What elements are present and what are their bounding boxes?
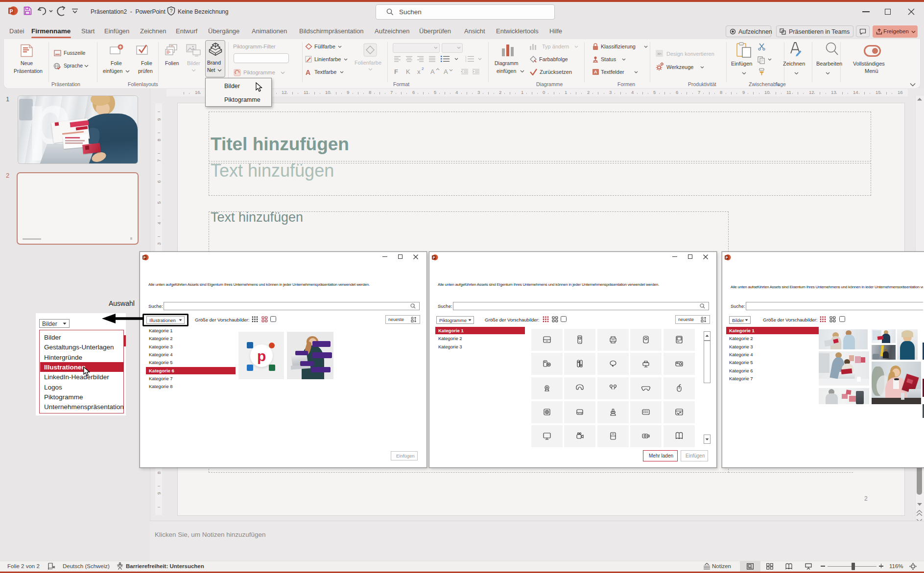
svg-text:P: P	[9, 8, 13, 14]
svg-text:?: ?	[170, 8, 173, 14]
svg-text:3: 3	[465, 61, 467, 63]
svg-text:P: P	[143, 256, 146, 259]
svg-text:P: P	[433, 256, 435, 259]
svg-text:P: P	[726, 256, 728, 259]
svg-text:A: A	[594, 69, 597, 74]
